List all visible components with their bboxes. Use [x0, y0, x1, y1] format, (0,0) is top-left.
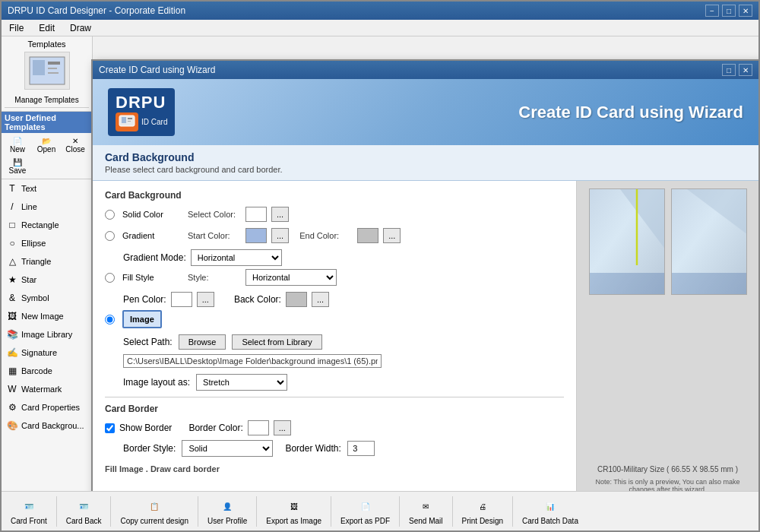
image-label: Image [130, 315, 154, 324]
close-app-button[interactable]: ✕ [739, 5, 752, 17]
layout-label: Image layout as: [123, 377, 190, 388]
wizard-close-button[interactable]: ✕ [739, 64, 752, 76]
gradient-mode-label: Gradient Mode: [123, 252, 186, 263]
gradient-radio[interactable] [105, 231, 115, 241]
solid-color-radio[interactable] [105, 210, 115, 220]
sidebar-item-card-properties[interactable]: ⚙ Card Properties [2, 398, 92, 416]
end-color-picker-button[interactable]: ... [383, 228, 401, 243]
close-icon: ✕ [72, 137, 78, 145]
toolbar-separator-8 [512, 496, 513, 527]
border-style-select[interactable]: Solid Dashed Dotted [182, 440, 273, 457]
browse-button[interactable]: Browse [179, 334, 226, 350]
svg-rect-8 [128, 121, 131, 122]
gradient-label: Gradient [122, 231, 183, 240]
back-color-picker-button[interactable]: ... [312, 292, 329, 307]
pen-color-label: Pen Color: [123, 294, 166, 305]
minimize-button[interactable]: − [705, 5, 719, 17]
export-image-tool[interactable]: 🖼 Export as Image [260, 494, 328, 528]
svg-rect-12 [590, 273, 665, 295]
copy-design-tool[interactable]: 📋 Copy current design [114, 494, 195, 528]
solid-color-picker-button[interactable]: ... [271, 207, 289, 222]
pen-color-box [171, 292, 192, 307]
start-color-picker-button[interactable]: ... [271, 228, 289, 243]
sidebar-item-card-background[interactable]: 🎨 Card Backgrou... [2, 416, 92, 435]
start-color-label: Start Color: [188, 231, 241, 240]
sidebar-item-line[interactable]: / Line [2, 198, 92, 216]
sidebar-item-image-library[interactable]: 📚 Image Library [2, 325, 92, 344]
svg-rect-15 [672, 273, 747, 295]
sidebar-item-watermark[interactable]: W Watermark [2, 380, 92, 398]
new-button[interactable]: 📄 New [3, 135, 32, 156]
card-properties-icon: ⚙ [6, 401, 18, 413]
select-from-library-button[interactable]: Select from Library [232, 334, 321, 350]
sidebar-item-text[interactable]: T Text [2, 179, 92, 198]
image-radio[interactable] [105, 315, 115, 325]
card-front-tool[interactable]: 🪪 Card Front [5, 494, 53, 528]
open-button[interactable]: 📂 Open [32, 135, 61, 156]
pen-color-picker-button[interactable]: ... [197, 292, 214, 307]
sidebar-item-new-image[interactable]: 🖼 New Image [2, 307, 92, 325]
send-mail-tool[interactable]: ✉ Send Mail [403, 494, 448, 528]
card-back-icon: 🪪 [74, 497, 93, 515]
sidebar-item-symbol[interactable]: & Symbol [2, 289, 92, 307]
copy-design-icon: 📋 [145, 497, 163, 515]
preview-size-label: CR100-Military Size ( 66.55 X 98.55 mm ) [597, 465, 738, 473]
send-mail-icon: ✉ [416, 497, 435, 515]
border-color-label: Border Color: [188, 423, 242, 433]
wizard-header-title: Create ID Card using Wizard [518, 103, 743, 122]
card-back-preview [671, 188, 747, 295]
sidebar-item-ellipse[interactable]: ○ Ellipse [2, 234, 92, 252]
form-section-title: Card Background [105, 190, 564, 201]
select-path-label: Select Path: [123, 337, 173, 347]
card-batch-tool[interactable]: 📊 Card Batch Data [516, 494, 584, 528]
card-border-section-title: Card Border [105, 404, 564, 414]
menu-draw[interactable]: Draw [65, 21, 96, 35]
toolbar-separator-3 [198, 496, 198, 527]
export-pdf-tool[interactable]: 📄 Export as PDF [334, 494, 396, 528]
sidebar-item-star[interactable]: ★ Star [2, 271, 92, 289]
svg-rect-2 [48, 62, 60, 65]
maximize-button[interactable]: □ [722, 5, 736, 17]
border-style-label: Border Style: [123, 443, 176, 454]
menu-file[interactable]: File [5, 21, 28, 35]
print-design-tool[interactable]: 🖨 Print Design [456, 494, 509, 528]
sidebar-item-triangle[interactable]: △ Triangle [2, 252, 92, 271]
watermark-icon: W [6, 383, 18, 395]
close-button[interactable]: ✕ Close [61, 135, 90, 156]
image-library-icon: 📚 [6, 328, 18, 340]
toolbar-separator-1 [56, 496, 57, 527]
gradient-mode-select[interactable]: Horizontal Vertical Diagonal [191, 249, 282, 266]
templates-label: Templates [27, 40, 65, 49]
show-border-label: Show Border [119, 423, 172, 433]
border-width-input[interactable] [347, 441, 375, 456]
end-color-box [357, 228, 378, 243]
sidebar-item-barcode[interactable]: ▦ Barcode [2, 362, 92, 380]
style-label: Style: [188, 273, 241, 282]
sidebar-item-rectangle[interactable]: □ Rectangle [2, 216, 92, 234]
card-back-tool[interactable]: 🪪 Card Back [60, 494, 108, 528]
wizard-maximize-button[interactable]: □ [722, 64, 736, 76]
manage-templates[interactable]: Manage Templates [5, 93, 89, 108]
step-description: Please select card background and card b… [105, 165, 746, 174]
save-button[interactable]: 💾 Save [3, 156, 32, 177]
user-profile-icon: 👤 [218, 497, 236, 515]
menu-edit[interactable]: Edit [34, 21, 59, 35]
bottom-toolbar: 🪪 Card Front 🪪 Card Back 📋 Copy current … [2, 491, 758, 530]
text-icon: T [6, 182, 18, 195]
card-background-icon: 🎨 [6, 420, 18, 432]
show-border-checkbox[interactable] [105, 423, 115, 433]
fill-style-select[interactable]: Horizontal Vertical [245, 269, 337, 286]
tool-list: T Text / Line □ Rectangle ○ Ellipse △ [2, 179, 92, 435]
fill-style-radio[interactable] [105, 273, 115, 283]
border-color-box [248, 420, 269, 435]
save-icon: 💾 [13, 158, 22, 166]
symbol-icon: & [6, 292, 18, 304]
border-color-picker-button[interactable]: ... [274, 420, 291, 435]
image-layout-select[interactable]: Stretch Tile Center Zoom [196, 374, 287, 391]
sidebar-item-signature[interactable]: ✍ Signature [2, 344, 92, 362]
user-profile-tool[interactable]: 👤 User Profile [201, 494, 253, 528]
print-design-icon: 🖨 [473, 497, 492, 515]
image-path-input[interactable] [123, 354, 382, 368]
start-color-box [245, 228, 267, 243]
end-color-label: End Color: [299, 231, 353, 240]
